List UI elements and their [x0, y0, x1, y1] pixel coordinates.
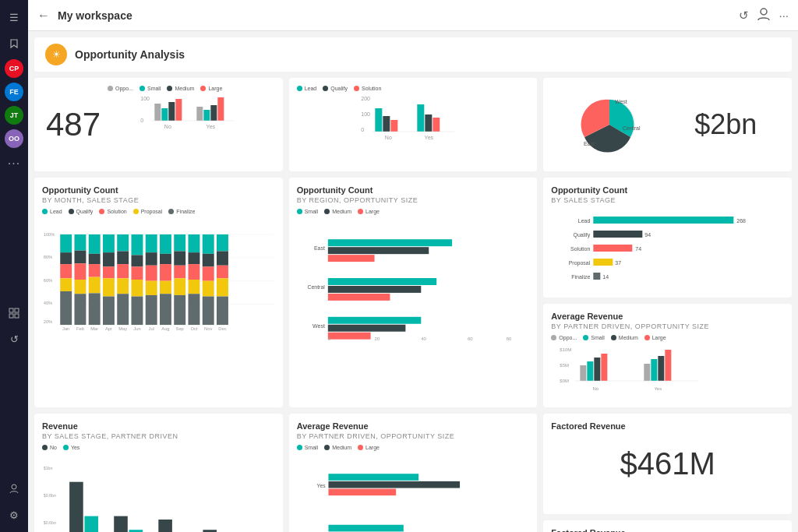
- hamburger-icon[interactable]: ☰: [3, 6, 25, 28]
- pages-icon[interactable]: [3, 302, 25, 324]
- svg-rect-26: [425, 115, 432, 132]
- revenue-2bn-value: $2bn: [694, 108, 757, 141]
- legend-medium-r: Medium: [324, 209, 351, 214]
- svg-rect-69: [131, 234, 143, 255]
- refresh-icon[interactable]: ↺: [3, 329, 25, 351]
- svg-text:East: East: [314, 245, 325, 251]
- more-options-button[interactable]: ···: [779, 9, 789, 22]
- pie-chart: East West Central: [574, 90, 644, 160]
- svg-rect-62: [103, 278, 115, 296]
- svg-rect-2: [9, 314, 13, 318]
- avg-rev-subtitle: BY PARTNER DRIVEN, OPPORTUNITY SIZE: [551, 322, 784, 330]
- svg-rect-119: [327, 255, 374, 262]
- svg-rect-73: [131, 297, 143, 326]
- svg-rect-172: [158, 520, 172, 532]
- card-sales-stage: Lead Qualify Solution 200 100 0: [289, 78, 538, 171]
- svg-rect-187: [328, 488, 396, 495]
- more-icon[interactable]: ···: [3, 153, 25, 174]
- svg-rect-185: [328, 474, 418, 481]
- legend-large-av: Large: [358, 445, 380, 450]
- svg-rect-46: [60, 264, 72, 278]
- svg-rect-121: [327, 278, 436, 285]
- user-bottom-icon[interactable]: [3, 477, 25, 499]
- svg-text:100: 100: [361, 111, 370, 117]
- svg-rect-99: [217, 234, 228, 252]
- svg-rect-80: [160, 254, 171, 264]
- svg-rect-151: [581, 365, 587, 381]
- svg-text:Finalize: Finalize: [572, 274, 591, 280]
- refresh-button[interactable]: ↺: [739, 9, 749, 23]
- legend-large: Large: [200, 86, 222, 91]
- card-pie-revenue: East West Central $2bn: [543, 78, 792, 171]
- opp-count-month-subtitle: BY MONTH, SALES STAGE: [42, 196, 275, 204]
- legend-partner-yes: Yes: [63, 445, 79, 450]
- svg-rect-92: [188, 280, 200, 294]
- svg-text:$0.8bn: $0.8bn: [44, 493, 56, 498]
- svg-rect-88: [174, 295, 185, 325]
- card-opp-count-month: Opportunity Count BY MONTH, SALES STAGE …: [34, 178, 283, 407]
- topbar-actions: ↺ ···: [739, 7, 789, 23]
- svg-rect-72: [131, 280, 143, 297]
- dashboard-header: ☀ Opportunity Analysis: [34, 37, 792, 72]
- user-profile-button[interactable]: [757, 7, 771, 23]
- svg-point-4: [12, 484, 16, 489]
- svg-rect-76: [146, 266, 157, 281]
- svg-text:Central: Central: [307, 284, 325, 290]
- avatar-oo[interactable]: OO: [5, 129, 23, 148]
- svg-rect-79: [160, 234, 171, 254]
- svg-text:40%: 40%: [44, 301, 53, 305]
- back-button[interactable]: ←: [37, 9, 50, 23]
- svg-text:Jul: Jul: [148, 326, 154, 331]
- legend-finalize-m: Finalize: [168, 209, 195, 214]
- svg-rect-1: [15, 308, 19, 312]
- avatar-cp[interactable]: CP: [5, 59, 23, 78]
- main-content: ☀ Opportunity Analysis 487 Oppo... Small…: [28, 31, 798, 532]
- revenue-stage-subtitle: BY SALES STAGE, PARTNER DRIVEN: [42, 432, 275, 440]
- legend-large-ar: Large: [644, 335, 666, 340]
- svg-rect-86: [174, 266, 185, 279]
- avatar-fe[interactable]: FE: [5, 83, 23, 101]
- avatar-jt[interactable]: JT: [5, 106, 23, 125]
- legend-oppo-ar: Oppo...: [551, 335, 577, 340]
- card-avg-rev-partner: Average Revenue BY PARTNER DRIVEN, OPPOR…: [289, 414, 538, 532]
- svg-rect-56: [89, 264, 101, 277]
- svg-rect-53: [74, 294, 86, 325]
- bookmark-icon[interactable]: [3, 33, 25, 55]
- factored-revenue-title: Factored Revenue: [551, 421, 784, 431]
- svg-rect-51: [74, 263, 86, 280]
- svg-text:Proposal: Proposal: [569, 260, 591, 266]
- svg-rect-0: [9, 308, 13, 312]
- horiz-bar-stage: Lead 268 Qualify 94 Solution 74 Proposal…: [551, 209, 784, 287]
- svg-rect-126: [327, 325, 405, 332]
- svg-text:Qualify: Qualify: [574, 232, 591, 238]
- avg-rev-horiz-chart: Yes No $0M $2M $4M $6M $8M $10M: [297, 453, 530, 532]
- svg-rect-89: [188, 234, 200, 252]
- legend-solution: Solution: [354, 86, 381, 91]
- svg-rect-75: [146, 252, 157, 266]
- svg-rect-77: [146, 281, 157, 295]
- horiz-bar-region: East Central West 0 20 40 60 80: [297, 217, 530, 342]
- svg-text:Jun: Jun: [133, 326, 140, 331]
- svg-rect-102: [217, 278, 228, 296]
- legend-large-r: Large: [358, 209, 380, 214]
- svg-text:Solution: Solution: [570, 246, 590, 252]
- revenue-stage-chart: $1bn $0.8bn $0.6bn $0.4bn $0.2bn $0bn: [42, 453, 275, 532]
- opp-count-month-title: Opportunity Count: [42, 185, 275, 195]
- svg-rect-85: [174, 251, 185, 265]
- svg-rect-134: [594, 217, 734, 224]
- svg-rect-64: [117, 234, 129, 252]
- legend-medium-ar: Medium: [611, 335, 638, 340]
- svg-rect-87: [174, 278, 185, 295]
- svg-rect-66: [117, 264, 129, 278]
- settings-icon[interactable]: ⚙: [3, 504, 25, 526]
- stacked-bar-month: 100% 80% 60% 40% 20%: [42, 217, 275, 342]
- svg-rect-50: [74, 251, 86, 264]
- opp-count-region-title: Opportunity Count: [297, 185, 530, 195]
- svg-rect-11: [175, 99, 182, 121]
- svg-rect-93: [188, 294, 200, 325]
- svg-text:20: 20: [374, 336, 380, 341]
- svg-rect-48: [60, 291, 72, 325]
- svg-text:Sep: Sep: [176, 326, 184, 331]
- legend-small-ar: Small: [583, 335, 605, 340]
- legend-medium: Medium: [167, 86, 194, 91]
